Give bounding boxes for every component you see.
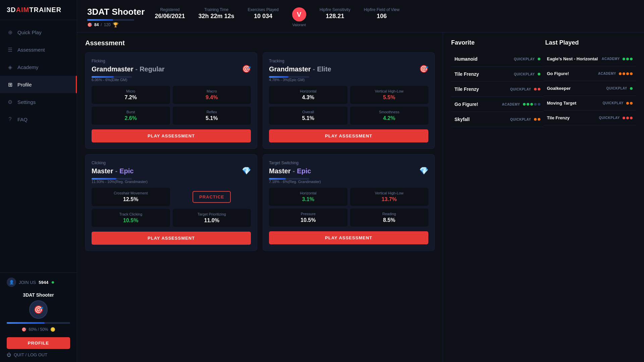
favorite-title: Favorite	[451, 39, 542, 46]
fav-last-grid: Humanoid QUICKPLAY Tile Frenzy QUICKPLAY	[451, 52, 636, 127]
metric-ts-horizontal-label: Horizontal	[272, 191, 344, 195]
sidebar-item-quick-play[interactable]: ⊕ Quick Play	[0, 23, 77, 41]
profile-mini-stats: 🎯 60% / 50% 🪙	[21, 327, 55, 332]
last-item-goalkeeper: Goalkeeper QUICKPLAY	[544, 81, 636, 96]
rank-sub-flicking: Regular	[140, 65, 164, 73]
join-us-label: JOIN US	[19, 280, 36, 285]
dot	[623, 58, 625, 60]
profile-mini-progress: 60% / 50%	[29, 327, 48, 332]
logo-aim: AIM	[16, 6, 30, 14]
metric-ts-vertical-hl: Vertical High-Low 13.7%	[350, 188, 429, 206]
metric-crosshair-value: 12.5%	[95, 196, 167, 202]
progress-current: 84	[94, 22, 99, 27]
fav-name-tile-frenzy-1: Tile Frenzy	[454, 71, 511, 77]
join-avatar: 👤	[7, 278, 16, 287]
power-icon: ⏻	[7, 352, 11, 357]
metric-micro: Micro 7.2%	[92, 86, 170, 104]
dot	[538, 73, 540, 75]
metric-ts-vertical-hl-label: Vertical High-Low	[354, 191, 425, 195]
metric-burst-label: Burst	[95, 110, 167, 114]
header-progress-fill	[87, 19, 113, 21]
sidebar-item-faq[interactable]: ? FAQ	[0, 111, 77, 128]
progress-icon: 🎯	[87, 22, 92, 27]
fav-tag-humanoid: QUICKPLAY	[514, 57, 535, 61]
metric-ts-reading-value: 8.5%	[354, 217, 425, 223]
play-assessment-tracking[interactable]: PLAY ASSESSMENT	[269, 129, 428, 142]
last-dots-tile-frenzy	[623, 117, 633, 119]
sidebar-item-profile[interactable]: ⊞ Profile	[0, 76, 77, 93]
dot	[527, 103, 529, 106]
fav-name-skyfall: Skyfall	[454, 117, 507, 122]
valorant-icon: V	[292, 7, 306, 21]
progress-separator: /	[101, 22, 102, 27]
last-played-title: Last Played	[545, 39, 636, 46]
dot	[538, 118, 540, 121]
fav-last-header: Favorite Last Played	[451, 39, 636, 46]
assessment-grid: Flicking Grandmaster - Regular 🎯 6.06% -…	[85, 52, 435, 251]
sidebar-item-academy[interactable]: ◈ Academy	[0, 58, 77, 76]
join-us-row: 👤 JOIN US 5944	[7, 278, 70, 287]
dot	[626, 117, 629, 119]
assessment-icon: ☰	[7, 46, 13, 53]
sidebar-item-settings[interactable]: ⚙ Settings	[0, 93, 77, 111]
metric-ts-reading-label: Reading	[354, 212, 425, 216]
play-assessment-flicking[interactable]: PLAY ASSESSMENT	[92, 129, 251, 142]
card-category-target-switching: Target Switching	[269, 161, 428, 165]
progress-max: 120	[104, 22, 111, 27]
sidebar: 3DAIMTRAINER ⊕ Quick Play ☰ Assessment ◈…	[0, 0, 77, 362]
fav-name-tile-frenzy-2: Tile Frenzy	[454, 86, 507, 92]
metric-target-prioritizing-label: Target Prioritizing	[176, 212, 248, 216]
dot	[630, 117, 633, 119]
sidebar-item-label: Academy	[17, 64, 39, 70]
metric-vertical-hl-value: 5.5%	[354, 95, 425, 101]
join-count: 5944	[39, 280, 48, 285]
practice-button[interactable]: PRACTICE	[193, 191, 231, 203]
metric-macro-value: 9.4%	[176, 95, 248, 101]
hipfire-fov-value: 106	[377, 13, 387, 20]
target-switching-metrics: Horizontal 3.1% Vertical High-Low 13.7% …	[269, 188, 428, 227]
sidebar-item-assessment[interactable]: ☰ Assessment	[0, 41, 77, 58]
academy-icon: ◈	[7, 64, 13, 70]
dot	[630, 58, 633, 60]
fav-tag-tile-frenzy-1: QUICKPLAY	[514, 72, 535, 76]
stat-training-time: Training Time 32h 22m 12s	[199, 7, 234, 27]
metric-overall-label: Overall	[272, 110, 344, 114]
play-assessment-clicking[interactable]: PLAY ASSESSMENT	[92, 232, 251, 245]
hipfire-sens-label: Hipfire Sensitivity	[320, 7, 351, 12]
rank-icon-target-switching: 💎	[419, 167, 428, 175]
fav-item-skyfall: Skyfall QUICKPLAY	[451, 112, 544, 127]
rank-sub-tracking: Elite	[317, 65, 331, 73]
quit-row[interactable]: ⏻ QUIT / LOG OUT	[7, 349, 70, 357]
card-title-target-switching: Master - Epic 💎	[269, 167, 428, 175]
rank-main-flicking: Grandmaster	[92, 65, 133, 73]
metric-smoothness-label: Smoothness	[354, 110, 425, 114]
metric-reflex-value: 5.1%	[176, 115, 248, 121]
fav-dots-skyfall	[534, 118, 540, 121]
favorite-column: Humanoid QUICKPLAY Tile Frenzy QUICKPLAY	[451, 52, 544, 127]
card-title-tracking: Grandmaster - Elite 🎯	[269, 65, 428, 73]
metric-overall: Overall 5.1%	[269, 107, 347, 125]
card-category-tracking: Tracking	[269, 59, 428, 63]
stat-exercises-played: Exercises Played 10 034	[248, 7, 279, 27]
faq-icon: ?	[7, 116, 13, 123]
metric-ts-horizontal-value: 3.1%	[272, 196, 344, 202]
dot	[630, 102, 633, 105]
assessment-card-tracking: Tracking Grandmaster - Elite 🎯 4.78% - 3…	[263, 52, 435, 149]
profile-mini-name: 3DAT Shooter	[23, 292, 54, 298]
fav-item-tile-frenzy-1: Tile Frenzy QUICKPLAY	[451, 67, 544, 82]
dot	[523, 103, 526, 106]
last-tag-moving-target: QUICKPLAY	[603, 101, 624, 105]
metric-ts-vertical-hl-value: 13.7%	[354, 196, 425, 202]
main-panel: Assessment Flicking Grandmaster - Regula…	[77, 33, 443, 362]
stat-hipfire-sens: Hipfire Sensitivity 128.21	[320, 7, 351, 27]
profile-button[interactable]: PROFILE	[7, 337, 70, 349]
last-item-tile-frenzy: Tile Frenzy QUICKPLAY	[544, 111, 636, 125]
last-name-tile-frenzy: Tile Frenzy	[547, 115, 596, 120]
header-top: 3DAT Shooter 🎯 84 / 120 🏆 Registered 26/…	[87, 7, 634, 27]
target-switching-subtitle: 7.18% - 6%(Reg. Grandmaster)	[269, 180, 428, 184]
assessment-card-flicking: Flicking Grandmaster - Regular 🎯 6.06% -…	[85, 52, 257, 149]
play-assessment-target-switching[interactable]: PLAY ASSESSMENT	[269, 231, 428, 244]
tracking-subtitle: 4.78% - 3%(Epic GM)	[269, 78, 428, 82]
quick-play-icon: ⊕	[7, 29, 13, 36]
metric-burst-value: 2.6%	[95, 115, 167, 121]
